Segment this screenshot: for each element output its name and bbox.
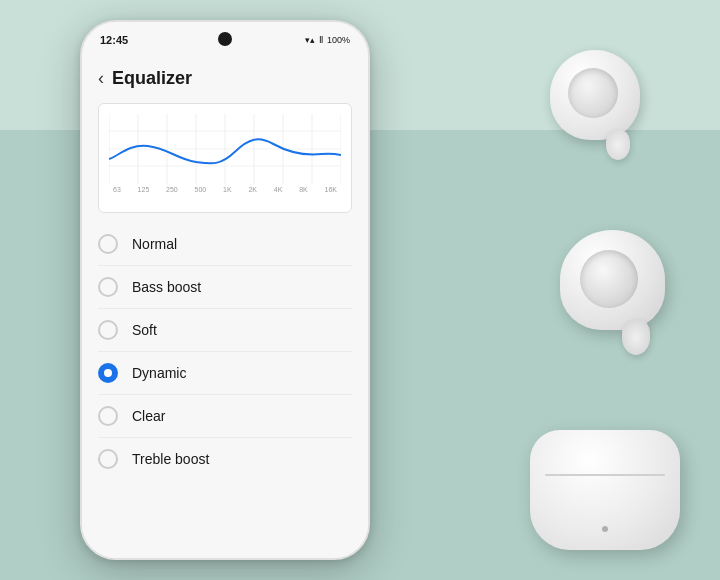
radio-soft bbox=[98, 320, 118, 340]
freq-2k: 2K bbox=[248, 186, 257, 193]
radio-normal bbox=[98, 234, 118, 254]
page-title: Equalizer bbox=[112, 68, 192, 89]
chart-area bbox=[109, 114, 341, 184]
label-bass-boost: Bass boost bbox=[132, 279, 201, 295]
freq-8k: 8K bbox=[299, 186, 308, 193]
freq-1k: 1K bbox=[223, 186, 232, 193]
freq-16k: 16K bbox=[324, 186, 336, 193]
phone-screen: ‹ Equalizer bbox=[82, 58, 368, 558]
earbud-tip-top bbox=[606, 130, 630, 160]
radio-treble-boost bbox=[98, 449, 118, 469]
radio-inner-dynamic bbox=[104, 369, 112, 377]
freq-250: 250 bbox=[166, 186, 178, 193]
eq-option-normal[interactable]: Normal bbox=[98, 223, 352, 266]
case-indicator-dot bbox=[602, 526, 608, 532]
freq-labels: 63 125 250 500 1K 2K 4K 8K 16K bbox=[109, 184, 341, 193]
eq-option-bass-boost[interactable]: Bass boost bbox=[98, 266, 352, 309]
status-bar: 12:45 ▾▴ Ⅱ 100% bbox=[82, 22, 368, 58]
earbud-top-right bbox=[550, 50, 660, 170]
earbuds-case bbox=[530, 430, 680, 560]
eq-option-clear[interactable]: Clear bbox=[98, 395, 352, 438]
radio-clear bbox=[98, 406, 118, 426]
freq-4k: 4K bbox=[274, 186, 283, 193]
eq-option-soft[interactable]: Soft bbox=[98, 309, 352, 352]
freq-63: 63 bbox=[113, 186, 121, 193]
case-body bbox=[530, 430, 680, 550]
earbud-tip-mid bbox=[622, 320, 650, 355]
radio-bass-boost bbox=[98, 277, 118, 297]
label-dynamic: Dynamic bbox=[132, 365, 186, 381]
back-button[interactable]: ‹ bbox=[98, 68, 104, 89]
battery-indicator: 100% bbox=[327, 35, 350, 45]
case-seam-line bbox=[545, 474, 665, 476]
label-clear: Clear bbox=[132, 408, 165, 424]
label-normal: Normal bbox=[132, 236, 177, 252]
freq-500: 500 bbox=[195, 186, 207, 193]
eq-option-treble-boost[interactable]: Treble boost bbox=[98, 438, 352, 480]
earbud-body-mid bbox=[560, 230, 665, 330]
screen-header: ‹ Equalizer bbox=[82, 58, 368, 97]
equalizer-chart: 63 125 250 500 1K 2K 4K 8K 16K bbox=[98, 103, 352, 213]
phone-notch bbox=[218, 32, 232, 46]
phone-device: 12:45 ▾▴ Ⅱ 100% ‹ Equalizer bbox=[80, 20, 370, 560]
eq-options-list: Normal Bass boost Soft Dyn bbox=[82, 223, 368, 480]
radio-dynamic bbox=[98, 363, 118, 383]
eq-curve-svg bbox=[109, 114, 341, 184]
freq-125: 125 bbox=[138, 186, 150, 193]
status-icons: ▾▴ Ⅱ 100% bbox=[305, 35, 350, 45]
eq-option-dynamic[interactable]: Dynamic bbox=[98, 352, 352, 395]
status-time: 12:45 bbox=[100, 34, 128, 46]
earbud-mid-right bbox=[560, 230, 690, 385]
label-soft: Soft bbox=[132, 322, 157, 338]
wifi-icon: ▾▴ bbox=[305, 35, 315, 45]
label-treble-boost: Treble boost bbox=[132, 451, 209, 467]
earbud-body-top bbox=[550, 50, 640, 140]
signal-bars: Ⅱ bbox=[319, 35, 323, 45]
